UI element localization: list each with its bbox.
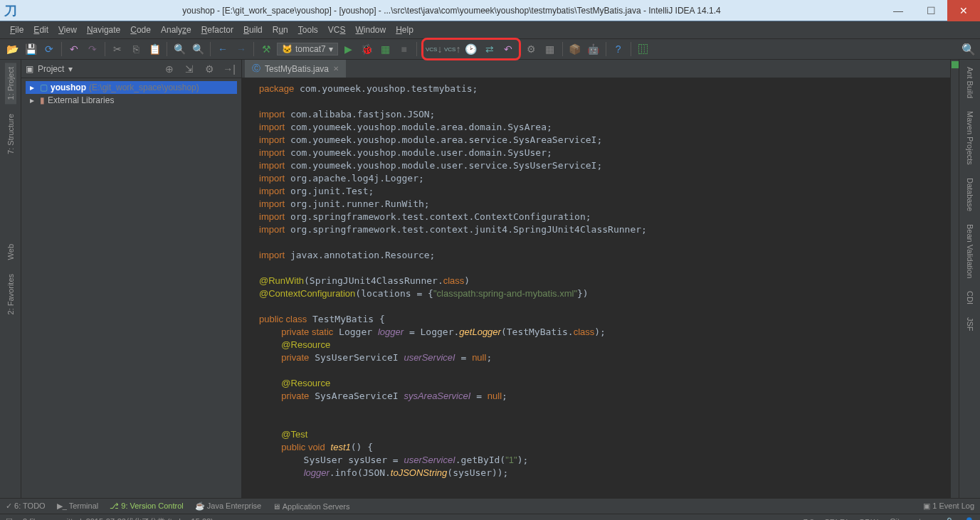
expand-icon[interactable]: ▸ <box>27 95 37 105</box>
debug-icon[interactable]: 🐞 <box>359 41 375 57</box>
separator <box>631 42 631 56</box>
project-tree[interactable]: ▸ ▢ youshop (E:\git_work_space\youshop) … <box>21 78 241 110</box>
menu-run[interactable]: Run <box>268 23 293 36</box>
status-message: 2 files committed: 2015-07-23优化了分类 (toda… <box>23 516 214 520</box>
vcs-history-icon[interactable]: 🕑 <box>463 41 479 57</box>
coverage-icon[interactable]: ▦ <box>378 41 394 57</box>
close-button[interactable]: ✕ <box>947 0 980 21</box>
sync-icon[interactable]: ⟳ <box>41 41 57 57</box>
menu-file[interactable]: File <box>6 23 28 36</box>
open-icon[interactable]: 📂 <box>4 41 20 57</box>
project-path: (E:\git_work_space\youshop) <box>89 83 199 92</box>
separator <box>105 42 105 56</box>
menu-window[interactable]: Window <box>351 23 390 36</box>
cursor-position[interactable]: 7:8 <box>804 518 814 521</box>
menu-navigate[interactable]: Navigate <box>83 23 125 36</box>
vcs-revert-icon[interactable]: ↶ <box>500 41 516 57</box>
project-structure-icon[interactable]: ▦ <box>542 41 558 57</box>
git-branch[interactable]: Git: master ▾ <box>890 517 934 520</box>
copy-icon[interactable]: ⎘ <box>128 41 144 57</box>
menu-analyze[interactable]: Analyze <box>157 23 196 36</box>
tool-database[interactable]: Database <box>964 174 976 216</box>
build-icon[interactable]: ⚒ <box>258 41 274 57</box>
editor-tab[interactable]: Ⓒ TestMyBatis.java ✕ <box>245 59 346 78</box>
replace-icon[interactable]: 🔍 <box>190 41 206 57</box>
save-icon[interactable]: 💾 <box>23 41 38 57</box>
maximize-button[interactable]: ☐ <box>915 0 947 21</box>
tab-close-icon[interactable]: ✕ <box>333 65 339 73</box>
external-libraries-node[interactable]: ▸ ▮ External Libraries <box>26 94 237 107</box>
project-view-icon: ▣ <box>26 64 33 74</box>
error-stripe[interactable] <box>950 60 959 498</box>
tool-jsf[interactable]: JSF <box>964 313 976 336</box>
bottom-tool-stripe: ✓ 6: TODO ▶_ Terminal ⎇ 9: Version Contr… <box>0 498 980 514</box>
menu-refactor[interactable]: Refactor <box>197 23 238 36</box>
tool-maven[interactable]: Maven Projects <box>964 107 976 169</box>
settings-icon[interactable]: ⚙ <box>524 41 539 57</box>
tool-bean[interactable]: Bean Validation <box>964 220 976 282</box>
event-log-button[interactable]: ▣ 1 Event Log <box>923 502 974 511</box>
menu-vcs[interactable]: VCS <box>324 23 350 36</box>
menu-edit[interactable]: Edit <box>29 23 53 36</box>
tool-java-enterprise[interactable]: ☕ Java Enterprise <box>195 502 262 511</box>
vcs-update-icon[interactable]: VCS↓ <box>426 41 442 57</box>
dropdown-icon[interactable]: ▾ <box>68 64 73 74</box>
stop-icon[interactable]: ■ <box>396 41 412 57</box>
target-icon[interactable]: ⊕ <box>162 61 177 77</box>
minimize-button[interactable]: — <box>882 0 915 21</box>
sdk-icon[interactable]: 📦 <box>567 41 583 57</box>
hector-icon[interactable]: 👤 <box>964 517 974 520</box>
vcs-highlighted-group: VCS↓ VCS↑ 🕑 ⇄ ↶ <box>421 38 521 60</box>
vcs-commit-icon[interactable]: VCS↑ <box>445 41 460 57</box>
project-root-node[interactable]: ▸ ▢ youshop (E:\git_work_space\youshop) <box>26 81 237 94</box>
tool-favorites[interactable]: 2: Favorites <box>5 270 16 319</box>
tool-structure[interactable]: 7: Structure <box>5 110 16 159</box>
android-icon[interactable]: 🤖 <box>586 41 601 57</box>
redo-icon[interactable]: ↷ <box>85 41 100 57</box>
paste-icon[interactable]: 📋 <box>147 41 162 57</box>
dropdown-icon: ▾ <box>329 44 333 54</box>
java-class-icon: Ⓒ <box>252 63 260 75</box>
forward-icon[interactable]: → <box>233 41 249 57</box>
search-everywhere-icon[interactable]: 🔍 <box>961 43 976 56</box>
vcs-diff-icon[interactable]: ⇄ <box>482 41 497 57</box>
lock-icon[interactable]: 🔒 <box>944 517 954 520</box>
code-editor[interactable]: package com.youmeek.youshop.testmybatis;… <box>242 78 950 498</box>
menu-tools[interactable]: Tools <box>294 23 322 36</box>
tool-cdi[interactable]: CDI <box>964 287 976 309</box>
encoding[interactable]: GBK‡ <box>859 518 880 521</box>
status-message-icon: ☐ <box>6 517 13 520</box>
menu-view[interactable]: View <box>54 23 81 36</box>
separator <box>416 42 417 56</box>
tool-version-control[interactable]: ⎇ 9: Version Control <box>110 502 184 511</box>
help-icon[interactable]: ? <box>611 41 626 57</box>
separator <box>606 42 606 56</box>
collapse-icon[interactable]: ⇲ <box>181 61 197 77</box>
run-configuration-dropdown[interactable]: 🐱 tomcat7 ▾ <box>277 43 338 55</box>
editor-area: Ⓒ TestMyBatis.java ✕ package com.youmeek… <box>242 60 950 498</box>
tool-ant[interactable]: Ant Build <box>964 63 976 102</box>
tool-todo[interactable]: ✓ 6: TODO <box>6 502 46 511</box>
find-icon[interactable]: 🔍 <box>172 41 187 57</box>
cut-icon[interactable]: ✂ <box>110 41 125 57</box>
tool-project[interactable]: 1: Project <box>5 63 16 104</box>
undo-icon[interactable]: ↶ <box>66 41 82 57</box>
menu-help[interactable]: Help <box>391 23 418 36</box>
tool-app-servers[interactable]: 🖥 Application Servers <box>273 502 349 511</box>
back-icon[interactable]: ← <box>215 41 231 57</box>
extra-icon[interactable]: ⿲ <box>636 41 651 57</box>
menu-build[interactable]: Build <box>239 23 267 36</box>
menu-code[interactable]: Code <box>126 23 155 36</box>
gear-icon[interactable]: ⚙ <box>201 61 217 77</box>
separator <box>562 42 563 56</box>
editor-tab-bar: Ⓒ TestMyBatis.java ✕ <box>242 60 950 78</box>
hide-icon[interactable]: →| <box>221 61 237 77</box>
tool-terminal[interactable]: ▶_ Terminal <box>57 502 99 511</box>
separator <box>61 42 62 56</box>
run-icon[interactable]: ▶ <box>341 41 357 57</box>
app-logo-icon: 刀 <box>0 2 21 19</box>
window-title: youshop - [E:\git_work_space\youshop] - … <box>21 6 882 16</box>
line-ending[interactable]: CRLF‡ <box>824 518 849 521</box>
expand-icon[interactable]: ▸ <box>27 83 37 92</box>
tool-web[interactable]: Web <box>5 240 16 264</box>
